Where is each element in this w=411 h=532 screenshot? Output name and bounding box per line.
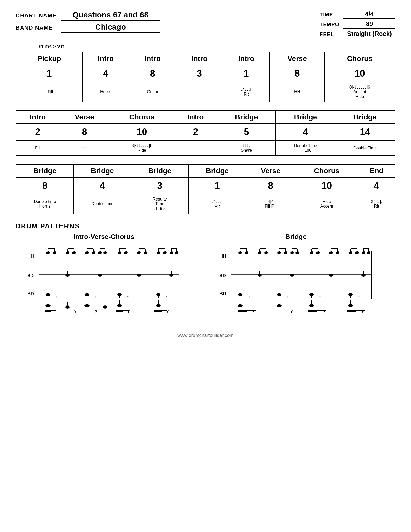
bar-count-0-0: 1 [16, 65, 83, 82]
section-header-0-3: Intro [176, 52, 223, 65]
svg-point-145 [361, 251, 366, 254]
bar-count-1-4: 5 [217, 124, 276, 140]
svg-point-152 [329, 274, 333, 277]
pattern2-svg: HH SD BD [208, 243, 384, 316]
section-header-1-5: Bridge [276, 111, 335, 124]
section-header-0-4: Intro [223, 52, 269, 65]
svg-text:𝄾: 𝄾 [249, 296, 250, 298]
bar-count-0-5: 8 [270, 65, 325, 82]
page-header: CHART NAME Questions 67 and 68 BAND NAME… [16, 10, 395, 38]
bar-count-2-6: 4 [358, 177, 395, 194]
section-header-1-0: Intro [16, 111, 59, 124]
notes-cell-1-1: HH [59, 140, 110, 156]
bar-count-2-0: 8 [16, 177, 74, 194]
svg-text:𝄾: 𝄾 [358, 296, 360, 298]
svg-text:y: y [74, 308, 77, 313]
notes-cell-0-6: 8|•♩♩♩♩♩♩|6 Accent Ride [325, 82, 395, 102]
svg-point-126 [295, 251, 299, 254]
bar-count-1-5: 4 [276, 124, 335, 140]
notes-cell-2-1: Double time [74, 194, 131, 214]
svg-text:SD: SD [219, 273, 226, 278]
meta-info: TIME 4/4 TEMPO 89 FEEL Straight (Rock) [320, 10, 395, 38]
svg-text:𝄾: 𝄾 [56, 296, 57, 298]
band-name-value: Chicago [61, 23, 160, 33]
section-header-2-3: Bridge [188, 164, 246, 178]
svg-point-125 [290, 251, 294, 254]
svg-text:𝄾: 𝄾 [287, 296, 288, 298]
bar-count-0-4: 1 [223, 65, 269, 82]
footer-url: www.drumchartbuilder.com [177, 333, 233, 338]
svg-point-48 [174, 251, 179, 254]
svg-text:y: y [95, 308, 97, 313]
svg-point-130 [309, 251, 314, 254]
band-name-label: BAND NAME [16, 24, 57, 31]
section-header-1-1: Verse [59, 111, 110, 124]
notes-cell-0-2: Guitar [129, 82, 176, 102]
chart-name-label: CHART NAME [16, 12, 57, 19]
section-header-1-6: Bridge [335, 111, 395, 124]
svg-point-136 [335, 251, 340, 254]
chart-name-row: CHART NAME Questions 67 and 68 [16, 10, 160, 21]
notes-cell-1-4: ♩♩♩♩ Snare [217, 140, 276, 156]
svg-point-135 [329, 251, 333, 254]
svg-point-47 [169, 251, 173, 254]
notes-cell-0-3 [176, 82, 223, 102]
svg-point-148 [258, 274, 262, 277]
chart-name-value: Questions 67 and 68 [61, 10, 160, 21]
svg-point-120 [277, 251, 281, 254]
notes-cell-0-0: ::Fill [16, 82, 83, 102]
section-header-2-4: Verse [246, 164, 295, 178]
svg-point-32 [117, 251, 122, 254]
chart-tables: PickupIntroIntroIntroIntroVerseChorus148… [16, 52, 395, 214]
chart-info: CHART NAME Questions 67 and 68 BAND NAME… [16, 10, 160, 33]
notes-cell-2-6: 2 | 1 |. Rit [358, 194, 395, 214]
bar-count-1-0: 2 [16, 124, 59, 140]
svg-text:SD: SD [27, 273, 34, 278]
svg-text:𝄾: 𝄾 [166, 296, 167, 298]
svg-point-18 [72, 251, 76, 254]
feel-value: Straight (Rock) [343, 30, 395, 38]
notes-cell-1-5: Double Time T=188 [276, 140, 335, 156]
bar-count-2-4: 8 [246, 177, 295, 194]
svg-point-38 [143, 251, 147, 254]
pattern1-title: Intro-Verse-Chorus [16, 233, 192, 241]
svg-point-115 [258, 251, 262, 254]
svg-point-27 [98, 251, 102, 254]
tempo-row: TEMPO 89 [320, 20, 395, 29]
drums-start-label: Drums Start [36, 44, 395, 50]
time-label: TIME [320, 12, 340, 18]
svg-text:𝄾: 𝄾 [127, 296, 129, 298]
section-header-1-4: Bridge [217, 111, 276, 124]
svg-point-17 [65, 251, 70, 254]
bar-count-0-3: 3 [176, 65, 223, 82]
bar-count-0-6: 10 [325, 65, 395, 82]
svg-point-56 [169, 274, 173, 277]
chart-row-1: IntroVerseChorusIntroBridgeBridgeBridge2… [16, 110, 395, 156]
svg-point-13 [52, 251, 57, 254]
section-header-2-5: Chorus [295, 164, 358, 178]
section-header-1-2: Chorus [110, 111, 174, 124]
pattern-bridge: Bridge HH SD BD [208, 233, 384, 317]
tempo-value: 89 [343, 20, 395, 29]
section-header-2-2: Bridge [131, 164, 188, 178]
svg-point-42 [156, 251, 160, 254]
svg-point-12 [46, 251, 50, 254]
footer: www.drumchartbuilder.com [16, 333, 395, 338]
svg-text:HH: HH [27, 254, 34, 259]
svg-point-33 [124, 251, 128, 254]
bar-count-1-3: 2 [174, 124, 217, 140]
svg-text:y: y [290, 308, 293, 313]
pattern-intro-verse-chorus: Intro-Verse-Chorus HH SD BD [16, 233, 192, 317]
svg-text:𝄾: 𝄾 [319, 296, 321, 298]
pattern1-svg: HH SD BD [16, 243, 192, 316]
bar-count-2-3: 1 [188, 177, 246, 194]
svg-point-22 [85, 251, 89, 254]
notes-cell-0-4: // ♩♩♩ Rit [223, 82, 269, 102]
section-header-2-0: Bridge [16, 164, 74, 178]
chart-row-0: PickupIntroIntroIntroIntroVerseChorus148… [16, 52, 395, 102]
notes-cell-2-3: // ♩♩♩ Rit [188, 194, 246, 214]
notes-cell-0-5: HH [270, 82, 325, 102]
svg-text:𝄾: 𝄾 [95, 296, 96, 298]
notes-cell-0-1: Horns [82, 82, 129, 102]
notes-cell-2-2: Regular Time T=89 [131, 194, 188, 214]
